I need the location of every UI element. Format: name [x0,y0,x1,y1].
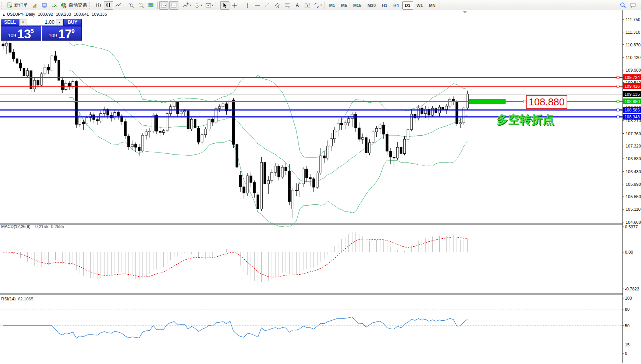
new-order-button[interactable]: 新订单 [5,1,29,10]
svg-text:108.343: 108.343 [625,115,640,119]
rsi-value: 62.1065 [18,297,33,301]
zoom-in-button[interactable] [127,1,136,10]
svg-text:108.585: 108.585 [625,108,640,112]
price-callout-text: 108.880 [529,96,565,108]
channel-tool-button[interactable]: E [273,1,282,10]
vertical-line-tool-button[interactable] [243,1,252,10]
trendline-tool-button[interactable] [263,1,272,10]
rsi-axis-label: 50 [625,323,629,328]
arrows-dropdown-arrow[interactable]: ▾ [320,3,322,7]
annotation-text[interactable]: 多空转折点 [496,113,554,126]
one-click-expand-icon[interactable]: ▲ [2,13,5,16]
chart-canvas[interactable]: 111.750111.310110.870110.420109.980109.5… [0,10,641,364]
svg-text:108.880: 108.880 [625,99,640,104]
buy-price-tile[interactable]: 109 17 9 [42,26,82,41]
ohlc-high: 109.233 [56,12,71,16]
auto-trading-button[interactable]: 自动交易 [60,1,88,10]
main-price-pane [0,10,641,364]
price-tick-label: 111.310 [626,30,640,34]
cursor-tool-button[interactable] [220,1,229,10]
sell-price-tile[interactable]: 109 13 5 [1,26,41,41]
one-click-trading-panel: SELL ▼ 1.00 ▲ BUY 109 13 5 109 17 9 [1,19,82,41]
ohlc-open: 108.692 [38,12,53,16]
terminal-button[interactable] [40,1,49,10]
svg-text:A: A [296,3,299,8]
svg-text:T: T [306,3,309,7]
periods-dropdown-arrow[interactable]: ▾ [201,3,202,7]
auto-trading-icon [61,2,67,8]
text-tool-button[interactable]: A [293,1,302,10]
svg-text:F: F [288,7,290,8]
period-button-mn[interactable]: MN [426,1,438,10]
svg-text:109.724: 109.724 [625,75,640,80]
period-button-w1[interactable]: W1 [414,1,426,10]
period-button-m1[interactable]: M1 [326,1,338,10]
indicators-button[interactable]: ▾ [182,1,192,10]
rsi-axis-label: 15 [625,343,629,347]
macd-indicator-label: MACD(12,26,9) [1,224,30,229]
mt4-terminal: 新订单 自动交易 ▾ ▾ ▾ E F A T ▾ [0,0,641,364]
price-tick-label: 106.880 [626,156,641,161]
period-button-h4[interactable]: H4 [391,1,402,10]
templates-button[interactable]: ▾ [204,1,214,10]
price-tick-label: 107.760 [626,131,641,136]
ohlc-low: 108.641 [74,12,89,16]
candlestick-chart-button[interactable] [104,1,113,10]
text-label-tool-button[interactable]: T [303,1,312,10]
periods-button[interactable]: ▾ [193,1,203,10]
new-order-icon [7,2,13,8]
price-tick-label: 109.980 [626,68,641,72]
horizontal-line-tool-button[interactable] [253,1,262,10]
macd-axis-label: 0.00 [625,250,633,254]
volume-decrease-button[interactable]: ▼ [20,19,26,25]
zoom-out-button[interactable] [137,1,146,10]
indicators-dropdown-arrow[interactable]: ▾ [189,3,191,7]
toolbar-grip[interactable] [89,2,93,9]
arrows-tool-button[interactable]: ▾ [313,1,323,10]
buy-price-main: 17 [58,28,72,40]
crosshair-tool-button[interactable] [230,1,239,10]
auto-scroll-button[interactable] [159,1,168,10]
tile-windows-button[interactable] [147,1,156,10]
toolbar-grip[interactable] [216,2,219,9]
period-switcher: M1M5M15M30H1H4D1W1MN [326,1,438,10]
main-toolbar: 新订单 自动交易 ▾ ▾ ▾ E F A T ▾ [0,0,641,11]
buy-button[interactable]: BUY [63,19,82,26]
svg-text:109.416: 109.416 [625,84,640,89]
line-chart-button[interactable] [114,1,123,10]
macd-axis-label: -0.7823 [625,287,639,291]
bar-chart-button[interactable] [94,1,103,10]
volume-increase-button[interactable]: ▲ [56,19,63,25]
level-highlight-bar[interactable] [469,99,506,104]
price-tick-label: 105.110 [626,207,641,212]
macd-value-2: 0.2585 [51,224,64,229]
chat-button[interactable] [628,1,638,10]
period-button-m30[interactable]: M30 [365,1,378,10]
fibonacci-tool-button[interactable]: F [283,1,292,10]
toolbar-grip[interactable] [1,2,4,9]
search-button[interactable] [618,1,628,10]
charts-arrow-button[interactable] [30,1,39,10]
templates-dropdown-arrow[interactable]: ▾ [212,3,213,7]
new-order-label: 新订单 [14,2,28,8]
ohlc-close: 109.135 [92,12,107,16]
price-tick-label: 110.870 [626,43,641,47]
period-button-h1[interactable]: H1 [379,1,390,10]
rsi-axis-label: 100 [625,296,632,300]
rsi-axis-label: 80 [625,307,629,312]
period-button-d1[interactable]: D1 [402,1,413,10]
sell-button[interactable]: SELL [1,19,19,26]
macd-value-1: 0.2155 [35,224,48,229]
price-tick-label: 110.420 [626,55,641,60]
rsi-axis-label: 0 [625,351,627,356]
sell-price-main: 13 [17,28,31,40]
period-button-m15[interactable]: M15 [351,1,364,10]
volume-input[interactable]: 1.00 [26,19,56,25]
signals-button[interactable] [50,1,59,10]
rsi-indicator-label: RSI(14) [1,297,16,301]
period-button-m5[interactable]: M5 [338,1,349,10]
chart-shift-button[interactable] [169,1,178,10]
chart-window[interactable]: 111.750111.310110.870110.420109.980109.5… [0,10,641,364]
chart-title: ▲USDJPY-,Daily 108.692 109.233 108.641 1… [2,12,109,16]
price-tick-label: 106.430 [626,169,641,174]
